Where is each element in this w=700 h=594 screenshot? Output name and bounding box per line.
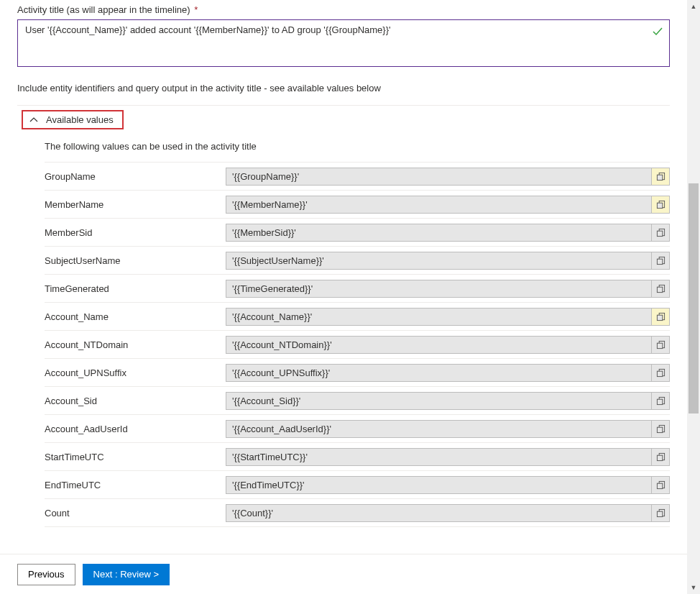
value-token: '{{Account_Sid}}' xyxy=(226,392,651,410)
value-name: MemberSid xyxy=(45,221,226,244)
value-cell: '{{Account_AadUserId}}' xyxy=(226,416,670,442)
svg-rect-25 xyxy=(657,511,662,516)
svg-rect-13 xyxy=(657,343,662,348)
copy-icon[interactable] xyxy=(651,336,670,354)
value-token: '{{MemberName}}' xyxy=(226,196,651,214)
value-row: Account_Sid'{{Account_Sid}}' xyxy=(45,387,670,415)
value-name: Account_UPNSuffix xyxy=(45,362,226,384)
copy-icon[interactable] xyxy=(651,392,670,410)
value-row: MemberSid'{{MemberSid}}' xyxy=(45,219,670,247)
value-row: EndTimeUTC'{{EndTimeUTC}}' xyxy=(45,471,670,499)
value-token: '{{Account_NTDomain}}' xyxy=(226,336,651,354)
value-row: GroupName'{{GroupName}}' xyxy=(45,163,670,191)
available-values-toggle[interactable]: Available values xyxy=(22,110,124,129)
activity-title-label-text: Activity title (as will appear in the ti… xyxy=(17,4,190,15)
svg-rect-3 xyxy=(657,203,662,208)
value-token: '{{StartTimeUTC}}' xyxy=(226,448,651,466)
scroll-up-arrow-icon[interactable]: ▲ xyxy=(687,0,700,13)
value-name: Account_AadUserId xyxy=(45,418,226,440)
next-review-button[interactable]: Next : Review > xyxy=(83,564,170,585)
value-token: '{{Account_AadUserId}}' xyxy=(226,420,651,438)
value-token: '{{Account_UPNSuffix}}' xyxy=(226,364,651,382)
value-name: Count xyxy=(45,502,226,524)
scroll-down-arrow-icon[interactable]: ▼ xyxy=(687,581,700,594)
value-cell: '{{Account_UPNSuffix}}' xyxy=(226,360,670,385)
value-cell: '{{Account_Sid}}' xyxy=(226,388,670,413)
copy-icon[interactable] xyxy=(651,308,670,326)
value-name: EndTimeUTC xyxy=(45,474,226,496)
svg-rect-1 xyxy=(657,175,662,180)
value-token: '{{MemberSid}}' xyxy=(226,224,651,242)
value-cell: '{{StartTimeUTC}}' xyxy=(226,444,670,470)
value-row: Account_UPNSuffix'{{Account_UPNSuffix}}' xyxy=(45,359,670,387)
copy-icon[interactable] xyxy=(651,448,670,466)
value-cell: '{{TimeGenerated}}' xyxy=(226,276,670,301)
scrollbar-track[interactable] xyxy=(687,13,700,581)
value-name: TimeGenerated xyxy=(45,278,226,300)
copy-icon[interactable] xyxy=(651,224,670,242)
value-row: TimeGenerated'{{TimeGenerated}}' xyxy=(45,275,670,303)
activity-title-value: User '{{Account_Name}}' added account '{… xyxy=(25,24,391,35)
svg-rect-7 xyxy=(657,259,662,264)
copy-icon[interactable] xyxy=(651,168,670,186)
activity-title-input[interactable]: User '{{Account_Name}}' added account '{… xyxy=(17,19,670,67)
activity-title-label: Activity title (as will appear in the ti… xyxy=(17,4,670,15)
help-text: Include entity identifiers and query out… xyxy=(17,83,670,93)
svg-rect-5 xyxy=(657,231,662,236)
value-cell: '{{Account_Name}}' xyxy=(226,304,670,329)
value-name: MemberName xyxy=(45,193,226,216)
copy-icon[interactable] xyxy=(651,252,670,270)
scrollbar-thumb[interactable] xyxy=(689,183,699,413)
value-row: MemberName'{{MemberName}}' xyxy=(45,191,670,219)
value-row: Account_NTDomain'{{Account_NTDomain}}' xyxy=(45,331,670,359)
wizard-footer: Previous Next : Review > xyxy=(0,554,700,594)
value-token: '{{GroupName}}' xyxy=(226,168,651,186)
value-row: Account_Name'{{Account_Name}}' xyxy=(45,303,670,331)
value-cell: '{{MemberName}}' xyxy=(226,192,670,217)
svg-rect-19 xyxy=(657,427,662,432)
value-token: '{{EndTimeUTC}}' xyxy=(226,476,651,494)
value-cell: '{{GroupName}}' xyxy=(226,164,670,189)
value-token: '{{SubjectUserName}}' xyxy=(226,252,651,270)
value-row: Account_AadUserId'{{Account_AadUserId}}' xyxy=(45,415,670,443)
value-token: '{{TimeGenerated}}' xyxy=(226,280,651,298)
value-name: Account_Name xyxy=(45,306,226,328)
svg-rect-11 xyxy=(657,315,662,320)
svg-rect-17 xyxy=(657,399,662,404)
checkmark-icon xyxy=(652,26,663,40)
value-token: '{{Count}}' xyxy=(226,504,651,522)
svg-rect-21 xyxy=(657,455,662,460)
value-row: StartTimeUTC'{{StartTimeUTC}}' xyxy=(45,443,670,471)
value-name: SubjectUserName xyxy=(45,250,226,272)
available-values-description: The following values can be used in the … xyxy=(45,141,670,152)
value-cell: '{{MemberSid}}' xyxy=(226,220,670,245)
value-name: Account_NTDomain xyxy=(45,334,226,356)
svg-rect-15 xyxy=(657,371,662,376)
value-token: '{{Account_Name}}' xyxy=(226,308,651,326)
svg-rect-9 xyxy=(657,287,662,292)
copy-icon[interactable] xyxy=(651,280,670,298)
divider xyxy=(17,105,670,106)
copy-icon[interactable] xyxy=(651,420,670,438)
value-cell: '{{Account_NTDomain}}' xyxy=(226,332,670,357)
value-name: StartTimeUTC xyxy=(45,446,226,468)
copy-icon[interactable] xyxy=(651,364,670,382)
vertical-scrollbar[interactable]: ▲ ▼ xyxy=(687,0,700,594)
available-values-label: Available values xyxy=(46,114,114,125)
value-cell: '{{Count}}' xyxy=(226,501,670,526)
svg-rect-23 xyxy=(657,483,662,488)
value-row: SubjectUserName'{{SubjectUserName}}' xyxy=(45,247,670,275)
required-asterisk: * xyxy=(194,4,198,15)
previous-button[interactable]: Previous xyxy=(17,564,75,585)
value-name: GroupName xyxy=(45,165,226,188)
copy-icon[interactable] xyxy=(651,476,670,494)
copy-icon[interactable] xyxy=(651,504,670,522)
value-cell: '{{SubjectUserName}}' xyxy=(226,248,670,273)
chevron-up-icon xyxy=(29,115,39,125)
value-row: Count'{{Count}}' xyxy=(45,499,670,527)
copy-icon[interactable] xyxy=(651,196,670,214)
value-name: Account_Sid xyxy=(45,390,226,412)
available-values-list: GroupName'{{GroupName}}'MemberName'{{Mem… xyxy=(45,162,670,527)
value-cell: '{{EndTimeUTC}}' xyxy=(226,472,670,498)
